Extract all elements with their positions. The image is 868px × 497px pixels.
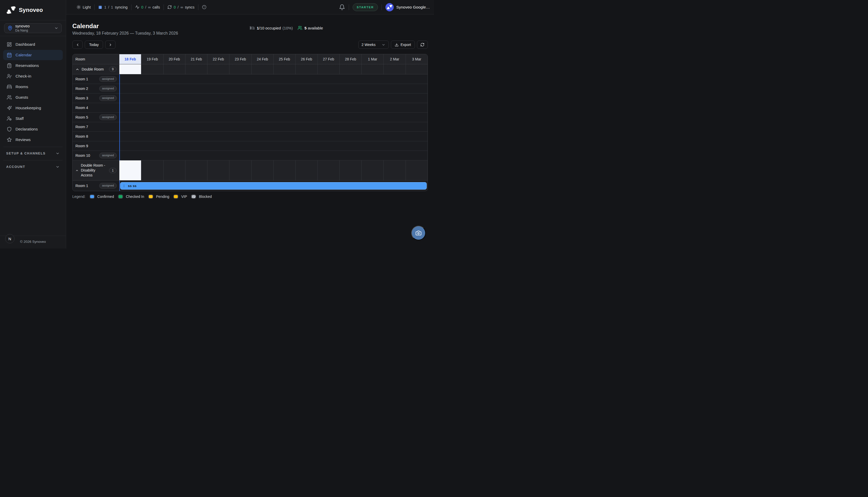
group-day-cell[interactable] bbox=[208, 64, 229, 74]
room-row: Room 7 assigned bbox=[73, 122, 428, 132]
refresh-button[interactable] bbox=[417, 41, 428, 49]
room-timeline[interactable] bbox=[119, 122, 428, 131]
sidebar-item-calendar[interactable]: Calendar bbox=[3, 50, 63, 60]
room-timeline[interactable] bbox=[119, 132, 428, 141]
day-header[interactable]: 1 Mar bbox=[362, 54, 384, 64]
group-day-cell[interactable] bbox=[229, 64, 251, 74]
legend-item-label: Confirmed bbox=[97, 195, 114, 199]
reservation-bar[interactable]: ss ss bbox=[120, 182, 427, 189]
app-logo: Synoveo bbox=[0, 0, 66, 20]
alert-circle-icon[interactable] bbox=[202, 5, 207, 9]
divider bbox=[131, 4, 131, 10]
room-timeline[interactable] bbox=[119, 84, 428, 93]
topbar: Light G 1 / 1 syncing 0 / ∞ calls 0 / ∞ … bbox=[66, 0, 434, 14]
group-day-cell[interactable] bbox=[296, 64, 317, 74]
sidebar-item-label: Guests bbox=[15, 95, 28, 100]
group-day-cell[interactable] bbox=[185, 64, 208, 74]
activity-icon bbox=[135, 5, 140, 9]
sidebar-section-account[interactable]: ACCOUNT bbox=[0, 160, 66, 174]
group-day-cell[interactable] bbox=[384, 160, 405, 180]
day-header[interactable]: 19 Feb bbox=[141, 54, 163, 64]
room-timeline[interactable] bbox=[119, 141, 428, 151]
chevron-down-icon bbox=[56, 165, 60, 169]
sidebar-item-rooms[interactable]: Rooms bbox=[3, 82, 63, 92]
day-header[interactable]: 25 Feb bbox=[273, 54, 296, 64]
today-button[interactable]: Today bbox=[85, 41, 103, 49]
group-day-cell[interactable] bbox=[362, 64, 384, 74]
room-timeline[interactable] bbox=[119, 74, 428, 84]
sidebar-item-declarations[interactable]: Declarations bbox=[3, 124, 63, 134]
day-header[interactable]: 26 Feb bbox=[296, 54, 317, 64]
group-day-cell[interactable] bbox=[340, 160, 362, 180]
group-day-cell[interactable] bbox=[252, 160, 273, 180]
day-header[interactable]: 3 Mar bbox=[406, 54, 428, 64]
avatar[interactable] bbox=[385, 3, 394, 11]
room-name: Room 10 bbox=[75, 154, 90, 158]
sidebar-item-reviews[interactable]: Reviews bbox=[3, 134, 63, 145]
calls-status[interactable]: 0 / ∞ calls bbox=[135, 5, 160, 9]
day-header-today[interactable]: 18 Feb bbox=[119, 54, 141, 64]
day-header[interactable]: 28 Feb bbox=[340, 54, 362, 64]
group-day-cell[interactable] bbox=[252, 64, 273, 74]
group-header[interactable]: Double Room 9 bbox=[73, 64, 119, 74]
group-header[interactable]: Double Room - Disability Access 1 bbox=[73, 160, 119, 180]
group-day-cell[interactable] bbox=[141, 160, 163, 180]
day-header[interactable]: 27 Feb bbox=[318, 54, 340, 64]
group-day-cell[interactable] bbox=[406, 160, 428, 180]
range-select[interactable]: 2 Weeks bbox=[358, 41, 389, 49]
room-timeline[interactable] bbox=[119, 94, 428, 103]
room-timeline[interactable] bbox=[119, 113, 428, 122]
calendar-controls: Today 2 Weeks Export bbox=[72, 41, 428, 49]
group-day-cell[interactable] bbox=[406, 64, 428, 74]
group-day-cell[interactable] bbox=[141, 64, 163, 74]
day-header[interactable]: 20 Feb bbox=[163, 54, 185, 64]
group-day-cell-today[interactable] bbox=[119, 160, 141, 180]
group-day-cell[interactable] bbox=[185, 160, 208, 180]
group-day-cell[interactable] bbox=[273, 64, 296, 74]
next-button[interactable] bbox=[105, 41, 115, 49]
sidebar-item-staff[interactable]: Staff bbox=[3, 113, 63, 124]
calendar-icon bbox=[7, 53, 12, 58]
group-day-cell[interactable] bbox=[340, 64, 362, 74]
export-button[interactable]: Export bbox=[391, 41, 415, 49]
day-header[interactable]: 23 Feb bbox=[229, 54, 251, 64]
group-day-cell[interactable] bbox=[362, 160, 384, 180]
plan-badge[interactable]: STARTER bbox=[353, 3, 378, 11]
sidebar-item-checkin[interactable]: Check-in bbox=[3, 71, 63, 81]
group-day-cell[interactable] bbox=[318, 64, 340, 74]
drag-handle-icon[interactable] bbox=[123, 184, 125, 188]
room-timeline[interactable] bbox=[119, 103, 428, 112]
day-header[interactable]: 24 Feb bbox=[252, 54, 273, 64]
sidebar-item-reservations[interactable]: Reservations bbox=[3, 60, 63, 71]
group-day-cell[interactable] bbox=[384, 64, 405, 74]
google-sync-status[interactable]: G 1 / 1 syncing bbox=[98, 5, 127, 9]
group-day-cell[interactable] bbox=[208, 160, 229, 180]
sidebar-item-housekeeping[interactable]: Housekeeping bbox=[3, 103, 63, 113]
account-name[interactable]: Synoveo Google… bbox=[396, 5, 430, 10]
footer-n-badge[interactable]: N bbox=[5, 234, 14, 243]
room-timeline[interactable]: ss ss bbox=[119, 181, 428, 191]
bell-icon[interactable] bbox=[339, 4, 345, 10]
screenshot-fab[interactable] bbox=[411, 226, 426, 240]
room-timeline[interactable] bbox=[119, 151, 428, 160]
export-label: Export bbox=[401, 43, 411, 47]
group-day-cell-today[interactable] bbox=[119, 64, 141, 74]
group-day-cell[interactable] bbox=[318, 160, 340, 180]
day-header[interactable]: 22 Feb bbox=[208, 54, 229, 64]
syncs-status[interactable]: 0 / ∞ syncs bbox=[167, 5, 195, 9]
group-day-cell[interactable] bbox=[273, 160, 296, 180]
sidebar-item-guests[interactable]: Guests bbox=[3, 92, 63, 102]
property-selector[interactable]: synoveo Da Nang bbox=[4, 23, 62, 33]
sidebar-item-dashboard[interactable]: Dashboard bbox=[3, 39, 63, 49]
prev-button[interactable] bbox=[72, 41, 83, 49]
room-name: Room 2 bbox=[75, 87, 88, 91]
group-day-cell[interactable] bbox=[163, 64, 185, 74]
group-day-cell[interactable] bbox=[296, 160, 317, 180]
group-day-cell[interactable] bbox=[163, 160, 185, 180]
sidebar-section-setup-channels[interactable]: SETUP & CHANNELS bbox=[0, 147, 66, 160]
theme-toggle[interactable]: Light bbox=[76, 5, 91, 9]
users-icon bbox=[7, 95, 12, 100]
day-header[interactable]: 2 Mar bbox=[384, 54, 405, 64]
group-day-cell[interactable] bbox=[229, 160, 251, 180]
day-header[interactable]: 21 Feb bbox=[185, 54, 208, 64]
